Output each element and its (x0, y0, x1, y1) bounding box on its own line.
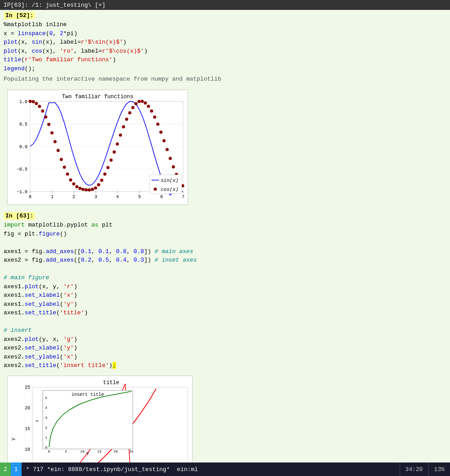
svg-point-65 (144, 101, 147, 104)
svg-point-42 (72, 182, 75, 186)
svg-text:10: 10 (80, 449, 85, 453)
svg-point-43 (75, 185, 78, 188)
svg-point-53 (106, 166, 109, 169)
svg-text:0.5: 0.5 (19, 122, 27, 127)
svg-point-71 (162, 139, 166, 142)
svg-text:1.0: 1.0 (19, 100, 27, 104)
svg-point-46 (85, 188, 88, 191)
svg-point-81 (154, 188, 157, 191)
svg-point-33 (44, 115, 47, 118)
title-text: IP[63]: /1: just_testing\ [+] (4, 2, 105, 9)
svg-point-48 (91, 188, 94, 191)
svg-point-45 (81, 188, 85, 191)
cell2-code[interactable]: import matplotlib.pyplot as plt fig = pl… (4, 220, 446, 372)
svg-text:4: 4 (116, 195, 119, 199)
plot2-svg: title y x 0 5 10 15 20 25 (8, 376, 192, 463)
svg-text:−1.0: −1.0 (17, 190, 27, 195)
svg-text:0: 0 (48, 449, 50, 453)
svg-text:10: 10 (25, 447, 30, 452)
svg-text:3: 3 (45, 416, 47, 420)
svg-point-58 (122, 125, 125, 128)
svg-point-52 (104, 172, 107, 176)
status-percent: 13% (428, 462, 450, 476)
svg-point-36 (54, 140, 57, 143)
svg-text:20: 20 (25, 406, 30, 411)
svg-point-60 (128, 111, 131, 114)
svg-point-30 (35, 102, 38, 105)
svg-text:sin(x): sin(x) (161, 178, 179, 183)
plot2-main-title: title (103, 380, 119, 386)
title-bar: IP[63]: /1: just_testing\ [+] (0, 0, 450, 10)
svg-text:5: 5 (138, 195, 141, 199)
svg-text:0: 0 (29, 195, 32, 199)
svg-text:2: 2 (45, 426, 47, 430)
svg-point-62 (135, 102, 138, 105)
svg-text:4: 4 (45, 406, 47, 410)
svg-point-56 (116, 142, 119, 145)
svg-text:2: 2 (72, 195, 75, 199)
svg-point-59 (125, 118, 128, 121)
svg-text:5: 5 (45, 396, 47, 400)
status-line-col: 34:20 (400, 462, 428, 476)
plot1-svg: Two familiar functions 1.0 0.5 (8, 90, 188, 203)
svg-point-70 (159, 131, 162, 134)
svg-text:3: 3 (94, 195, 97, 199)
svg-point-29 (32, 100, 35, 103)
svg-point-32 (41, 109, 44, 113)
svg-text:5: 5 (65, 449, 68, 453)
svg-point-72 (166, 148, 169, 151)
svg-point-57 (119, 134, 122, 137)
cell1-code[interactable]: %matplotlib inline x = linspace(0, 2*pi)… (4, 19, 446, 75)
svg-point-67 (150, 109, 153, 113)
svg-text:25: 25 (129, 449, 134, 453)
svg-point-54 (109, 159, 112, 162)
notebook: In [52]: %matplotlib inline x = linspace… (0, 10, 450, 462)
svg-text:y: y (86, 451, 89, 456)
svg-point-35 (50, 131, 54, 134)
svg-point-69 (156, 122, 159, 126)
svg-text:15: 15 (97, 449, 102, 453)
svg-point-31 (38, 105, 41, 108)
svg-point-61 (131, 106, 135, 109)
svg-rect-97 (43, 390, 133, 449)
status-seg-3: * 717 *ein: 8888/test.ipynb/just_testing… (22, 462, 400, 476)
cell2-label[interactable]: In [63]: (4, 212, 446, 220)
svg-point-50 (97, 183, 100, 186)
svg-point-64 (141, 100, 144, 103)
svg-point-68 (153, 116, 156, 119)
plot2-ylabel: y (10, 437, 16, 440)
svg-text:insert title: insert title (72, 392, 104, 397)
svg-text:x: x (35, 420, 40, 422)
plot1-container: Two familiar functions 1.0 0.5 (7, 90, 188, 205)
cell-1: In [52]: %matplotlib inline x = linspace… (0, 10, 450, 210)
svg-point-73 (169, 157, 172, 160)
svg-point-51 (100, 179, 104, 182)
svg-text:15: 15 (25, 426, 30, 431)
svg-point-63 (138, 100, 141, 103)
svg-point-34 (47, 123, 50, 126)
status-right: 34:20 13% (400, 462, 450, 476)
svg-point-28 (29, 100, 32, 103)
svg-text:cos(x): cos(x) (161, 187, 179, 192)
svg-text:1: 1 (51, 195, 54, 199)
cell1-output: Populating the interactive namespace fro… (4, 75, 446, 86)
svg-point-66 (147, 104, 150, 108)
svg-point-41 (69, 178, 72, 181)
status-seg-2[interactable]: 1 (11, 462, 22, 476)
status-seg-1[interactable]: 2 (0, 462, 11, 476)
svg-text:25: 25 (25, 385, 30, 390)
svg-text:20: 20 (113, 449, 118, 453)
svg-text:6: 6 (160, 195, 163, 199)
svg-text:0.0: 0.0 (19, 145, 27, 150)
svg-point-47 (88, 188, 91, 191)
svg-point-44 (78, 187, 81, 190)
svg-point-38 (60, 158, 63, 161)
svg-text:0: 0 (45, 445, 47, 449)
svg-point-74 (172, 165, 175, 168)
svg-point-39 (63, 166, 66, 169)
svg-text:1: 1 (45, 435, 47, 440)
svg-text:7: 7 (182, 195, 184, 199)
plot1-title: Two familiar functions (62, 94, 133, 100)
cell1-label[interactable]: In [52]: (4, 12, 446, 19)
cell-2: In [63]: import matplotlib.pyplot as plt… (0, 210, 450, 462)
